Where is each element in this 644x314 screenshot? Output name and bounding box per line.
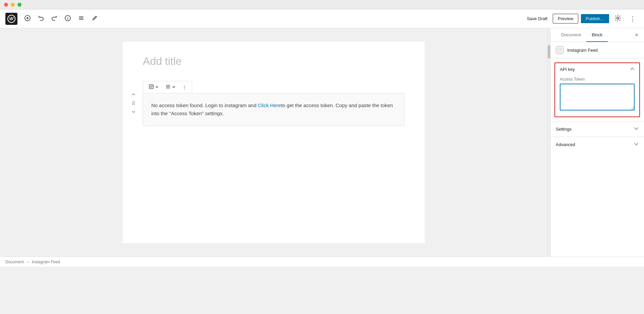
status-bar: Document → Instagram Feed	[0, 257, 644, 267]
gear-icon	[614, 15, 621, 23]
more-options-button[interactable]: ⋮	[627, 13, 639, 25]
settings-chevron-down	[634, 126, 639, 132]
toolbar: W	[0, 9, 644, 28]
block-message: No access token found. Login to instagra…	[151, 101, 396, 118]
toolbar-right: Save Draft Preview Publish… ⋮	[524, 13, 639, 25]
save-draft-button[interactable]: Save Draft	[524, 14, 550, 23]
align-dropdown-arrow	[172, 85, 175, 90]
tab-document[interactable]: Document	[556, 28, 586, 42]
advanced-section-toggle[interactable]: Advanced	[556, 137, 639, 152]
main-content: Add title	[0, 28, 644, 257]
undo-button[interactable]	[35, 13, 47, 25]
editor-scrollbar-thumb[interactable]	[548, 45, 550, 58]
api-key-title: API key	[560, 67, 575, 72]
tab-block[interactable]: Block	[586, 28, 608, 42]
block-name-label: Instagram Feed	[567, 48, 598, 53]
svg-point-11	[134, 101, 135, 102]
svg-point-5	[67, 16, 68, 17]
api-key-panel-body: Access Token	[555, 76, 639, 117]
traffic-light-close[interactable]	[4, 3, 8, 7]
window-chrome	[0, 0, 644, 9]
svg-point-23	[559, 49, 561, 51]
redo-icon	[51, 15, 57, 23]
wp-logo-text: W	[9, 16, 13, 21]
api-key-panel-header[interactable]: API key	[555, 63, 639, 76]
instagram-toolbar-icon	[149, 84, 154, 90]
more-vertical-icon: ⋮	[630, 15, 636, 23]
block-drag-handle[interactable]	[129, 99, 138, 107]
edit-icon	[92, 15, 98, 23]
block-side-controls	[129, 91, 138, 116]
traffic-light-minimize[interactable]	[11, 3, 15, 7]
svg-point-10	[132, 101, 133, 102]
breadcrumb-block[interactable]: Instagram Feed	[32, 260, 60, 264]
chevron-down-icon	[131, 110, 136, 115]
add-block-button[interactable]	[21, 13, 34, 25]
breadcrumb-arrow: →	[26, 260, 30, 264]
sidebar-block-header: Instagram Feed	[550, 42, 644, 58]
sidebar-close-button[interactable]: ×	[632, 30, 641, 40]
svg-rect-16	[149, 85, 153, 89]
svg-point-24	[561, 49, 561, 49]
block-content: No access token found. Login to instagra…	[143, 93, 405, 126]
post-title-placeholder[interactable]: Add title	[143, 55, 405, 68]
sidebar-tabs: Document Block ×	[550, 28, 644, 42]
settings-section-toggle[interactable]: Settings	[556, 122, 639, 137]
click-here-link[interactable]: Click Here	[258, 102, 281, 108]
undo-icon	[38, 15, 44, 23]
toolbar-left: W	[5, 13, 101, 25]
advanced-chevron-down	[634, 142, 639, 147]
editor-area[interactable]: Add title	[0, 28, 547, 257]
drag-handle-icon	[131, 101, 136, 106]
editor-scrollbar[interactable]	[547, 28, 550, 257]
access-token-input[interactable]	[560, 84, 635, 110]
info-button[interactable]	[62, 13, 74, 25]
traffic-light-fullscreen[interactable]	[17, 3, 21, 7]
redo-button[interactable]	[48, 13, 60, 25]
block-toolbar: ⋮	[143, 81, 192, 93]
svg-point-9	[617, 17, 619, 19]
align-icon	[165, 84, 171, 90]
advanced-section-title: Advanced	[556, 142, 575, 147]
instagram-block-icon	[556, 46, 564, 54]
edit-button[interactable]	[89, 13, 101, 25]
add-icon	[24, 15, 31, 23]
wp-logo[interactable]: W	[5, 13, 17, 25]
svg-rect-22	[558, 48, 562, 52]
block-message-text-part1: No access token found. Login to instagra…	[151, 102, 258, 108]
list-view-button[interactable]	[75, 13, 87, 25]
settings-button[interactable]	[612, 13, 624, 25]
block-move-down-button[interactable]	[129, 108, 138, 116]
api-key-panel: API key Access Token	[554, 62, 640, 117]
block-more-options-button[interactable]: ⋮	[179, 83, 189, 91]
svg-point-17	[151, 86, 152, 88]
svg-point-14	[132, 104, 133, 104]
api-key-chevron-up	[630, 66, 635, 72]
advanced-section: Advanced	[550, 137, 644, 152]
sidebar: Document Block × Instagram Feed API key …	[550, 28, 644, 257]
info-icon	[65, 15, 71, 23]
block-align-button[interactable]	[163, 83, 178, 92]
publish-button[interactable]: Publish…	[581, 14, 609, 23]
instagram-block-type-dropdown	[155, 85, 159, 90]
svg-point-13	[134, 102, 135, 103]
block-wrapper: ⋮ No access token found. Login to instag…	[143, 81, 405, 126]
svg-point-15	[134, 104, 135, 104]
block-more-icon: ⋮	[182, 85, 186, 90]
preview-button[interactable]: Preview	[553, 14, 578, 24]
wp-logo-circle: W	[7, 15, 15, 23]
instagram-block-type-button[interactable]	[146, 83, 161, 92]
settings-section-title: Settings	[556, 127, 572, 132]
svg-point-18	[152, 85, 153, 86]
editor-content: Add title	[123, 42, 425, 243]
breadcrumb-document[interactable]: Document	[5, 260, 24, 264]
settings-section: Settings	[550, 121, 644, 137]
svg-point-12	[132, 102, 133, 103]
list-view-icon	[78, 15, 84, 23]
chevron-up-icon	[131, 92, 136, 97]
block-move-up-button[interactable]	[129, 91, 138, 99]
access-token-label: Access Token	[560, 77, 635, 82]
